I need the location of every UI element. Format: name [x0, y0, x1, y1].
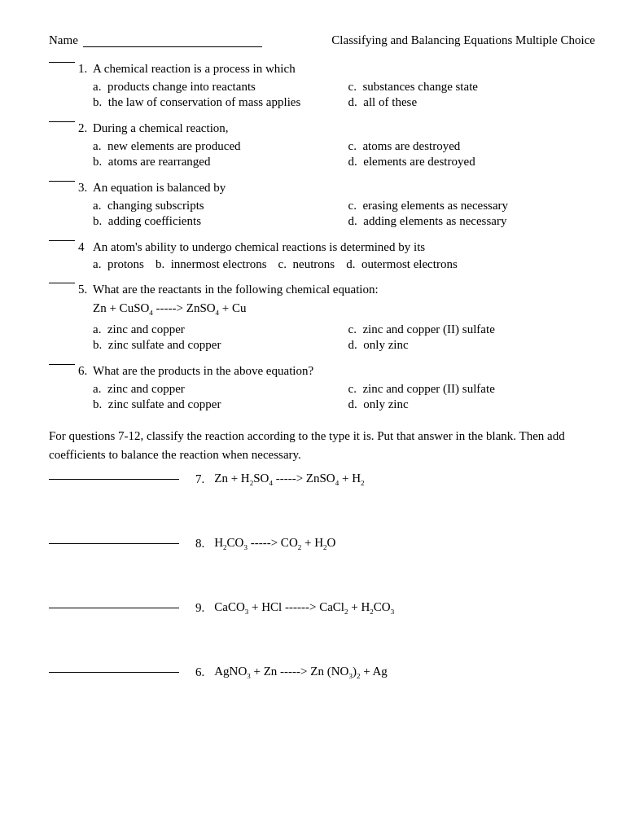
q2-choices: a. new elements are produced c. atoms ar… [93, 138, 595, 169]
q6-choice-d: d. only zinc [348, 397, 596, 412]
name-label: Name [49, 33, 78, 47]
answer-blank-1 [49, 62, 75, 63]
eq-number-6b: 6. [195, 665, 204, 679]
q6-number: 6. [78, 364, 93, 378]
question-3: 3. An equation is balanced by a. changin… [49, 181, 595, 229]
q3-number: 3. [78, 181, 93, 195]
eq-row-7: 7. Zn + H2SO4 -----> ZnSO4 + H2 [49, 472, 595, 487]
q4-choices: a. protons b. innermost electrons c. neu… [93, 257, 595, 271]
answer-blank-4 [49, 240, 75, 241]
answer-blank-5 [49, 283, 75, 283]
q1-choice-a: a. products change into reactants [93, 79, 340, 94]
eq-9-formula: CaCO3 + HCl ------> CaCl2 + H2CO3 [214, 600, 394, 616]
eq-6b-formula: AgNO3 + Zn -----> Zn (NO3)2 + Ag [214, 665, 388, 680]
section-note: For questions 7-12, classify the reactio… [49, 427, 595, 463]
eq-blank-8 [49, 543, 179, 544]
eq-8-formula: H2CO3 -----> CO2 + H2O [214, 536, 335, 551]
q5-choice-d: d. only zinc [348, 337, 596, 353]
q6-choice-a: a. zinc and copper [93, 381, 340, 397]
q5-choice-c: c. zinc and copper (II) sulfate [348, 322, 596, 337]
q6-choice-c: c. zinc and copper (II) sulfate [348, 381, 596, 397]
question-4: 4 An atom's ability to undergo chemical … [49, 240, 595, 271]
q1-text: A chemical reaction is a process in whic… [93, 62, 595, 76]
q1-choice-b: b. the law of conservation of mass appli… [93, 94, 340, 110]
q2-choice-a: a. new elements are produced [93, 138, 340, 154]
answer-blank-3 [49, 181, 75, 182]
page-title: Classifying and Balancing Equations Mult… [331, 33, 595, 47]
q5-text: What are the reactants in the following … [93, 283, 595, 296]
eq-row-8: 8. H2CO3 -----> CO2 + H2O [49, 536, 595, 551]
q3-choice-c: c. erasing elements as necessary [348, 198, 596, 213]
eq-number-7: 7. [195, 472, 204, 486]
q4-number: 4 [78, 240, 93, 254]
q5-choice-b: b. zinc sulfate and copper [93, 337, 340, 353]
answer-blank-2 [49, 121, 75, 122]
q6-text: What are the products in the above equat… [93, 364, 595, 378]
question-5: 5. What are the reactants in the followi… [49, 283, 595, 353]
eq-blank-6b [49, 672, 179, 673]
q4-choice-a: a. protons [93, 257, 144, 271]
q1-choice-c: c. substances change state [348, 79, 596, 94]
q5-choice-a: a. zinc and copper [93, 322, 340, 337]
eq-row-9: 9. CaCO3 + HCl ------> CaCl2 + H2CO3 [49, 600, 595, 616]
q3-choices: a. changing subscripts c. erasing elemen… [93, 198, 595, 229]
q4-choice-d: d. outermost electrons [346, 257, 458, 271]
question-6: 6. What are the products in the above eq… [49, 364, 595, 412]
q2-number: 2. [78, 121, 93, 135]
q2-choice-c: c. atoms are destroyed [348, 138, 596, 154]
q1-choices: a. products change into reactants c. sub… [93, 79, 595, 110]
q3-text: An equation is balanced by [93, 181, 595, 195]
q6-choice-b: b. zinc sulfate and copper [93, 397, 340, 412]
q3-choice-a: a. changing subscripts [93, 198, 340, 213]
question-2: 2. During a chemical reaction, a. new el… [49, 121, 595, 169]
q5-choices: a. zinc and copper c. zinc and copper (I… [93, 322, 595, 353]
q2-text: During a chemical reaction, [93, 121, 595, 135]
q6-choices: a. zinc and copper c. zinc and copper (I… [93, 381, 595, 412]
q5-number: 5. [78, 283, 93, 296]
eq-row-6b: 6. AgNO3 + Zn -----> Zn (NO3)2 + Ag [49, 665, 595, 680]
q1-choice-d: d. all of these [348, 94, 596, 110]
page-header: Name Classifying and Balancing Equations… [49, 33, 595, 47]
q4-choice-c: c. neutrons [278, 257, 335, 271]
answer-blank-6 [49, 364, 75, 365]
q4-choice-b: b. innermost electrons [156, 257, 267, 271]
question-1: 1. A chemical reaction is a process in w… [49, 62, 595, 110]
q1-number: 1. [78, 62, 93, 76]
name-field: Name [49, 33, 262, 47]
q3-choice-d: d. adding elements as necessary [348, 213, 596, 229]
eq-blank-9 [49, 608, 179, 608]
q4-text: An atom's ability to undergo chemical re… [93, 240, 595, 254]
q5-equation: Zn + CuSO4 -----> ZnSO4 + Cu [93, 301, 595, 317]
eq-blank-7 [49, 479, 179, 480]
name-underline [83, 33, 262, 47]
q3-choice-b: b. adding coefficients [93, 213, 340, 229]
eq-number-8: 8. [195, 537, 204, 551]
q2-choice-d: d. elements are destroyed [348, 154, 596, 169]
q2-choice-b: b. atoms are rearranged [93, 154, 340, 169]
eq-7-formula: Zn + H2SO4 -----> ZnSO4 + H2 [214, 472, 364, 487]
eq-number-9: 9. [195, 601, 204, 615]
